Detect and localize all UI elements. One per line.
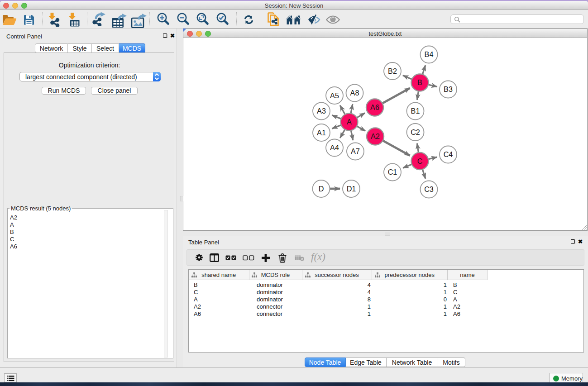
svg-text:C2: C2 xyxy=(411,128,420,136)
svg-text:B2: B2 xyxy=(388,67,397,75)
svg-text:A5: A5 xyxy=(330,91,339,100)
svg-text:C4: C4 xyxy=(444,150,453,158)
svg-text:A: A xyxy=(347,118,352,126)
svg-text:C: C xyxy=(417,157,423,165)
svg-text:A1: A1 xyxy=(317,129,326,137)
svg-text:D: D xyxy=(319,185,324,193)
svg-text:B: B xyxy=(417,78,422,86)
svg-text:B4: B4 xyxy=(425,50,434,58)
svg-text:C3: C3 xyxy=(424,185,434,193)
svg-text:A2: A2 xyxy=(371,132,380,140)
svg-text:B3: B3 xyxy=(444,85,453,93)
svg-text:B1: B1 xyxy=(411,107,420,115)
svg-text:A7: A7 xyxy=(351,147,360,155)
svg-text:A6: A6 xyxy=(370,103,379,111)
svg-text:D1: D1 xyxy=(347,185,356,193)
svg-text:A3: A3 xyxy=(317,107,326,115)
svg-text:A8: A8 xyxy=(350,89,359,97)
svg-text:A4: A4 xyxy=(330,143,339,152)
svg-text:C1: C1 xyxy=(388,168,397,176)
